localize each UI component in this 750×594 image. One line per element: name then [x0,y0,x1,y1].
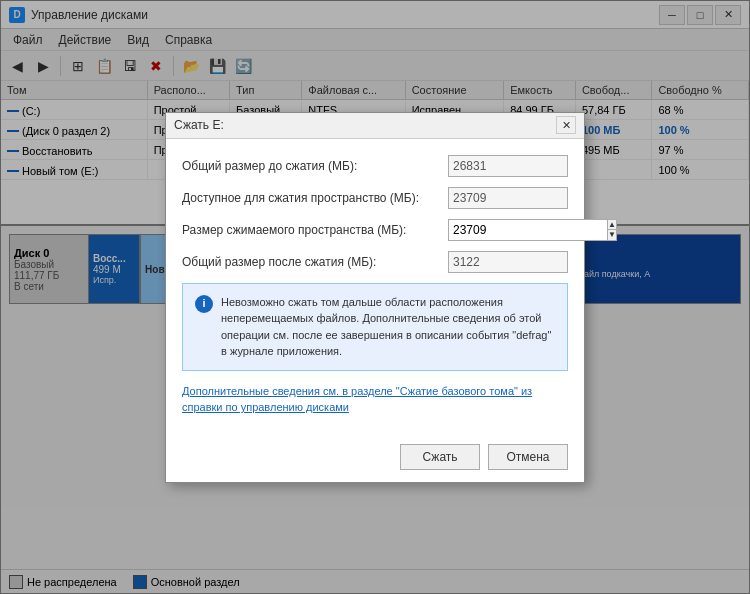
spin-wrapper: ▲ ▼ [448,219,568,241]
info-text: Невозможно сжать том дальше области расп… [221,294,555,360]
shrink-dialog: Сжать E: ✕ Общий размер до сжатия (МБ): … [165,112,585,483]
modal-overlay: Сжать E: ✕ Общий размер до сжатия (МБ): … [0,0,750,594]
shrink-size-input[interactable] [448,219,607,241]
cancel-button[interactable]: Отмена [488,444,568,470]
form-row-2: Размер сжимаемого пространства (МБ): ▲ ▼ [182,219,568,241]
info-icon: i [195,295,213,313]
form-row-0: Общий размер до сжатия (МБ): [182,155,568,177]
link-box: Дополнительные сведения см. в разделе "С… [182,383,568,416]
spin-down-button[interactable]: ▼ [608,230,616,240]
field-value-3 [448,251,568,273]
spin-up-button[interactable]: ▲ [608,220,616,231]
help-link[interactable]: Дополнительные сведения см. в разделе "С… [182,385,532,414]
dialog-close-button[interactable]: ✕ [556,116,576,134]
field-value-1 [448,187,568,209]
field-value-0 [448,155,568,177]
form-row-1: Доступное для сжатия пространство (МБ): [182,187,568,209]
confirm-button[interactable]: Сжать [400,444,480,470]
field-label-2: Размер сжимаемого пространства (МБ): [182,223,448,237]
dialog-title-bar: Сжать E: ✕ [166,113,584,139]
spin-controls: ▲ ▼ [607,219,617,241]
dialog-body: Общий размер до сжатия (МБ): Доступное д… [166,139,584,444]
dialog-title: Сжать E: [174,118,224,132]
info-box: i Невозможно сжать том дальше области ра… [182,283,568,371]
field-label-3: Общий размер после сжатия (МБ): [182,255,448,269]
dialog-footer: Сжать Отмена [166,444,584,482]
field-label-0: Общий размер до сжатия (МБ): [182,159,448,173]
form-row-3: Общий размер после сжатия (МБ): [182,251,568,273]
field-label-1: Доступное для сжатия пространство (МБ): [182,191,448,205]
